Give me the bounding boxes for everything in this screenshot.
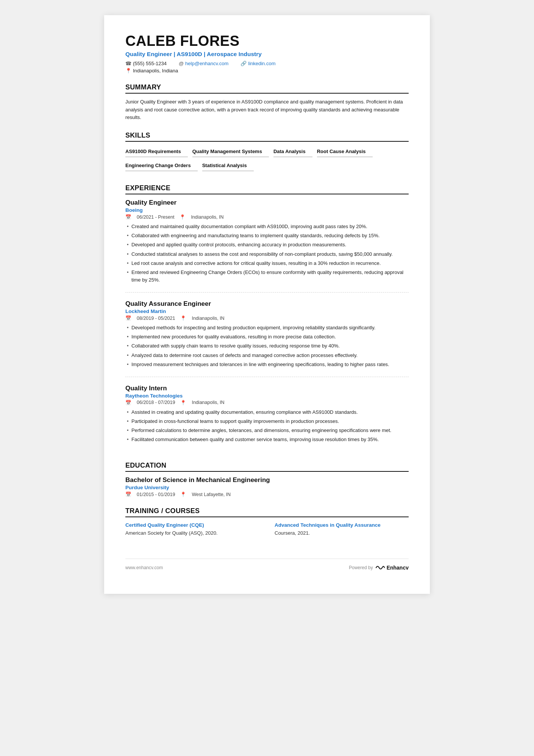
experience-title: EXPERIENCE xyxy=(125,184,409,194)
job-meta: 📅 06/2021 - Present 📍 Indianapolis, IN xyxy=(125,214,409,220)
edu-date: 01/2015 - 01/2019 xyxy=(137,492,175,497)
footer: www.enhancv.com Powered by Enhancv xyxy=(125,559,409,571)
calendar-icon: 📅 xyxy=(125,400,131,405)
job-location: Indianapolis, IN xyxy=(191,214,223,220)
location-item: 📍 Indianapolis, Indiana xyxy=(125,68,178,74)
bullet-item: Participated in cross-functional teams t… xyxy=(125,418,409,425)
location-icon: 📍 xyxy=(180,315,186,321)
company-name: Lockheed Martin xyxy=(125,308,409,314)
skill-item: Root Cause Analysis xyxy=(317,146,373,157)
calendar-icon: 📅 xyxy=(125,315,131,321)
edu-location-icon: 📍 xyxy=(180,491,186,497)
skills-grid: AS9100D RequirementsQuality Management S… xyxy=(125,146,409,174)
edu-location: West Lafayette, IN xyxy=(192,492,231,497)
bullet-item: Created and maintained quality documenta… xyxy=(125,223,409,230)
powered-by-text: Powered by xyxy=(349,565,373,570)
job-date: 08/2019 - 05/2021 xyxy=(137,316,175,321)
edu-date-icon: 📅 xyxy=(125,491,131,497)
footer-website: www.enhancv.com xyxy=(125,565,163,570)
edu-degree: Bachelor of Science in Mechanical Engine… xyxy=(125,476,409,484)
email-item: @ help@enhancv.com xyxy=(179,61,228,66)
phone-icon: ☎ xyxy=(125,61,131,66)
job-title: Quality Assurance Engineer xyxy=(125,300,409,308)
link-icon: 🔗 xyxy=(240,61,247,66)
job-title: Quality Engineer | AS9100D | Aerospace I… xyxy=(125,51,409,58)
job-block: Quality Assurance Engineer Lockheed Mart… xyxy=(125,300,409,377)
bullet-item: Conducted statistical analyses to assess… xyxy=(125,250,409,258)
job-block: Quality Engineer Boeing 📅 06/2021 - Pres… xyxy=(125,199,409,293)
location-icon: 📍 xyxy=(125,68,131,74)
job-title: Quality Engineer xyxy=(125,199,409,207)
training-detail: Coursera, 2021. xyxy=(275,530,409,536)
summary-title: SUMMARY xyxy=(125,83,409,94)
phone-number: (555) 555-1234 xyxy=(133,61,167,66)
education-section: EDUCATION Bachelor of Science in Mechani… xyxy=(125,462,409,497)
bullet-item: Developed and applied quality control pr… xyxy=(125,241,409,249)
skill-item: Statistical Analysis xyxy=(202,160,254,171)
job-title: Quality Intern xyxy=(125,385,409,392)
skill-item: Quality Management Systems xyxy=(192,146,269,157)
training-detail: American Society for Quality (ASQ), 2020… xyxy=(125,530,259,536)
header: CALEB FLORES Quality Engineer | AS9100D … xyxy=(125,33,409,74)
job-meta: 📅 06/2018 - 07/2019 📍 Indianapolis, IN xyxy=(125,400,409,405)
training-title: TRAINING / COURSES xyxy=(125,507,409,517)
footer-brand: Powered by Enhancv xyxy=(349,564,409,571)
bullet-item: Performed calculations to determine angl… xyxy=(125,427,409,434)
job-bullets: Assisted in creating and updating qualit… xyxy=(125,409,409,444)
training-title: Advanced Techniques in Quality Assurance xyxy=(275,522,409,529)
bullet-item: Implemented new procedures for quality e… xyxy=(125,333,409,341)
email-address[interactable]: help@enhancv.com xyxy=(185,61,228,66)
enhancv-icon xyxy=(375,564,385,571)
bullet-item: Led root cause analysis and corrective a… xyxy=(125,260,409,267)
enhancv-brand-name: Enhancv xyxy=(387,565,409,571)
jobs-container: Quality Engineer Boeing 📅 06/2021 - Pres… xyxy=(125,199,409,452)
job-bullets: Created and maintained quality documenta… xyxy=(125,223,409,284)
resume-page: CALEB FLORES Quality Engineer | AS9100D … xyxy=(104,15,430,594)
skill-item: Engineering Change Orders xyxy=(125,160,198,171)
skills-section: SKILLS AS9100D RequirementsQuality Manag… xyxy=(125,131,409,174)
summary-text: Junior Quality Engineer with 3 years of … xyxy=(125,98,409,122)
bullet-item: Entered and reviewed Engineering Change … xyxy=(125,269,409,284)
enhancv-logo: Enhancv xyxy=(375,564,409,571)
training-grid: Certified Quality Engineer (CQE) America… xyxy=(125,522,409,536)
edu-school: Purdue University xyxy=(125,485,409,490)
training-item: Advanced Techniques in Quality Assurance… xyxy=(275,522,409,536)
phone-item: ☎ (555) 555-1234 xyxy=(125,61,167,66)
summary-section: SUMMARY Junior Quality Engineer with 3 y… xyxy=(125,83,409,122)
training-item: Certified Quality Engineer (CQE) America… xyxy=(125,522,259,536)
bullet-item: Analyzed data to determine root causes o… xyxy=(125,352,409,359)
contact-row: ☎ (555) 555-1234 @ help@enhancv.com 🔗 li… xyxy=(125,61,409,66)
location-row: 📍 Indianapolis, Indiana xyxy=(125,68,409,74)
job-meta: 📅 08/2019 - 05/2021 📍 Indianapolis, IN xyxy=(125,315,409,321)
location-icon: 📍 xyxy=(180,400,186,405)
bullet-item: Developed methods for inspecting and tes… xyxy=(125,324,409,332)
calendar-icon: 📅 xyxy=(125,214,131,220)
linkedin-item: 🔗 linkedin.com xyxy=(240,61,275,66)
skill-item: AS9100D Requirements xyxy=(125,146,188,157)
bullet-item: Facilitated communication between qualit… xyxy=(125,436,409,443)
bullet-item: Assisted in creating and updating qualit… xyxy=(125,409,409,416)
job-block: Quality Intern Raytheon Technologies 📅 0… xyxy=(125,385,409,452)
location-text: Indianapolis, Indiana xyxy=(133,68,178,74)
education-title: EDUCATION xyxy=(125,462,409,472)
skills-title: SKILLS xyxy=(125,131,409,142)
training-section: TRAINING / COURSES Certified Quality Eng… xyxy=(125,507,409,536)
full-name: CALEB FLORES xyxy=(125,33,409,49)
job-date: 06/2021 - Present xyxy=(137,214,174,220)
job-location: Indianapolis, IN xyxy=(192,316,224,321)
bullet-item: Improved measurement techniques and tole… xyxy=(125,361,409,368)
experience-section: EXPERIENCE Quality Engineer Boeing 📅 06/… xyxy=(125,184,409,452)
edu-meta: 📅 01/2015 - 01/2019 📍 West Lafayette, IN xyxy=(125,491,409,497)
training-title: Certified Quality Engineer (CQE) xyxy=(125,522,259,529)
bullet-item: Collaborated with supply chain teams to … xyxy=(125,342,409,350)
location-icon: 📍 xyxy=(180,214,186,220)
job-bullets: Developed methods for inspecting and tes… xyxy=(125,324,409,368)
bullet-item: Collaborated with engineering and manufa… xyxy=(125,232,409,239)
skill-item: Data Analysis xyxy=(273,146,312,157)
job-date: 06/2018 - 07/2019 xyxy=(137,400,175,405)
company-name: Raytheon Technologies xyxy=(125,393,409,399)
company-name: Boeing xyxy=(125,207,409,213)
job-location: Indianapolis, IN xyxy=(192,400,224,405)
email-icon: @ xyxy=(179,61,184,66)
linkedin-url[interactable]: linkedin.com xyxy=(248,61,275,66)
